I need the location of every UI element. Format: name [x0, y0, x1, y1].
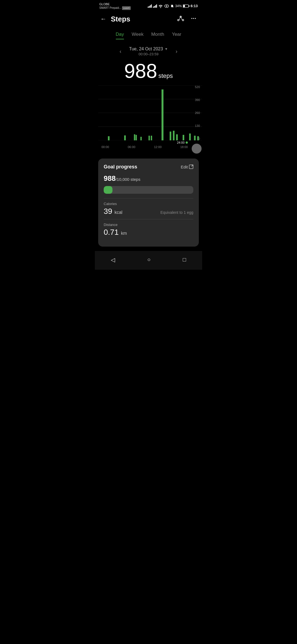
- divider2: [104, 219, 193, 219]
- y-label-0: 0: [198, 137, 200, 140]
- date-text: Tue, 24 Oct 2023: [129, 47, 163, 51]
- goal-card: Goal progress Edit 988/10,000 steps Calo…: [98, 159, 199, 247]
- dropdown-arrow-icon: ▼: [165, 47, 168, 51]
- y-axis: 520 390 260 130 0: [189, 85, 202, 140]
- y-label-390: 390: [195, 98, 200, 102]
- nav-back-button[interactable]: ◁: [104, 254, 122, 265]
- prev-date-button[interactable]: ‹: [116, 46, 125, 57]
- svg-rect-24: [161, 89, 163, 140]
- chart-bars: [98, 85, 202, 140]
- svg-rect-23: [151, 136, 152, 140]
- tab-month[interactable]: Month: [151, 31, 164, 39]
- more-options-button[interactable]: [189, 14, 198, 24]
- svg-rect-5: [183, 5, 185, 7]
- svg-rect-26: [173, 131, 175, 140]
- route-icon: [177, 16, 184, 21]
- period-tabs: Day Week Month Year: [95, 26, 202, 42]
- svg-point-10: [193, 18, 194, 19]
- calories-label: Calories: [104, 202, 193, 206]
- tab-day[interactable]: Day: [116, 31, 124, 39]
- battery-icon: [183, 4, 189, 8]
- carrier2: SMART Prepaid... VoWiFi: [99, 6, 131, 10]
- x-label-18: 18:00: [180, 145, 188, 149]
- nav-recent-button[interactable]: □: [176, 254, 193, 265]
- svg-rect-18: [124, 135, 126, 140]
- chart-time-marker: 24:00: [98, 140, 202, 144]
- battery-percent: 34%: [175, 4, 182, 8]
- back-button[interactable]: ←: [99, 14, 108, 24]
- svg-point-9: [191, 18, 193, 19]
- calories-value-row: 39 kcal Equivalent to 1 egg: [104, 207, 193, 216]
- svg-point-1: [166, 6, 167, 7]
- bottom-nav: ◁ ○ □: [95, 251, 202, 270]
- distance-value: 0.71: [104, 228, 119, 236]
- calories-value-group: 39 kcal: [104, 207, 122, 216]
- x-label-6: 06:00: [128, 145, 135, 149]
- calories-value: 39: [104, 207, 112, 215]
- vowifi-badge: VoWiFi: [122, 6, 131, 10]
- svg-rect-22: [148, 136, 150, 140]
- header-actions: [176, 14, 198, 24]
- next-date-button[interactable]: ›: [172, 46, 181, 57]
- goal-title: Goal progress: [104, 164, 137, 170]
- progress-bar-fill: [104, 186, 112, 194]
- steps-chart: 520 390 260 130 0 24:00 00:00 06:00 12:0…: [95, 85, 202, 149]
- bell-icon: [170, 4, 174, 8]
- svg-point-8: [182, 19, 184, 21]
- calories-unit: kcal: [115, 210, 122, 215]
- wifi-icon: [158, 4, 163, 8]
- status-right: 34% 6:13: [148, 4, 198, 8]
- calories-row: Calories 39 kcal Equivalent to 1 egg: [104, 202, 193, 216]
- steps-goal: /10,000 steps: [116, 177, 140, 182]
- scroll-thumb[interactable]: [192, 144, 202, 154]
- nav-home-button[interactable]: ○: [141, 254, 157, 265]
- svg-rect-4: [189, 5, 189, 7]
- divider: [104, 198, 193, 198]
- clock: 6:13: [191, 4, 198, 8]
- goal-header: Goal progress Edit: [104, 164, 193, 170]
- svg-line-33: [191, 165, 193, 167]
- svg-rect-25: [170, 132, 171, 140]
- y-label-130: 130: [195, 124, 200, 127]
- x-label-0: 00:00: [101, 145, 109, 149]
- distance-unit: km: [121, 231, 127, 236]
- route-icon-button[interactable]: [176, 15, 185, 24]
- time-marker-label: 24:00: [177, 141, 185, 144]
- distance-label: Distance: [104, 223, 193, 227]
- y-label-260: 260: [195, 111, 200, 114]
- live-dot: [186, 141, 188, 144]
- svg-rect-19: [134, 134, 135, 140]
- svg-rect-27: [176, 134, 178, 140]
- tab-year[interactable]: Year: [172, 31, 181, 39]
- steps-count: 988: [124, 60, 157, 82]
- distance-row: Distance 0.71 km: [104, 223, 193, 237]
- edit-button[interactable]: Edit: [181, 165, 193, 169]
- progress-bar-bg: [104, 186, 193, 194]
- date-center: Tue, 24 Oct 2023 ▼ 00:00–23:59: [129, 47, 168, 56]
- svg-rect-20: [136, 135, 137, 140]
- signal-icon2: [153, 4, 157, 8]
- status-bar: GLOBE SMART Prepaid... VoWiFi: [95, 0, 202, 11]
- eye-icon: [164, 4, 169, 8]
- svg-rect-21: [141, 137, 142, 140]
- steps-display: 988 steps: [95, 58, 202, 85]
- svg-point-6: [178, 19, 179, 21]
- calories-equivalent: Equivalent to 1 egg: [160, 210, 193, 215]
- signal-icon: [148, 4, 152, 8]
- carrier-info: GLOBE SMART Prepaid... VoWiFi: [99, 2, 131, 10]
- distance-value-group: 0.71 km: [104, 228, 193, 237]
- date-navigation: ‹ Tue, 24 Oct 2023 ▼ 00:00–23:59 ›: [95, 42, 202, 58]
- carrier1: GLOBE: [99, 2, 131, 6]
- svg-rect-28: [183, 135, 184, 140]
- time-range: 00:00–23:59: [129, 52, 168, 56]
- page-title: Steps: [111, 15, 173, 23]
- tab-week[interactable]: Week: [132, 31, 144, 39]
- svg-rect-17: [108, 136, 109, 140]
- x-axis: 00:00 06:00 12:00 18:00: [98, 144, 202, 149]
- app-header: ← Steps: [95, 11, 202, 26]
- steps-current: 988: [104, 174, 116, 182]
- date-picker[interactable]: Tue, 24 Oct 2023 ▼: [129, 47, 168, 51]
- x-label-12: 12:00: [154, 145, 162, 149]
- edit-icon: [189, 165, 193, 169]
- y-label-520: 520: [195, 85, 200, 89]
